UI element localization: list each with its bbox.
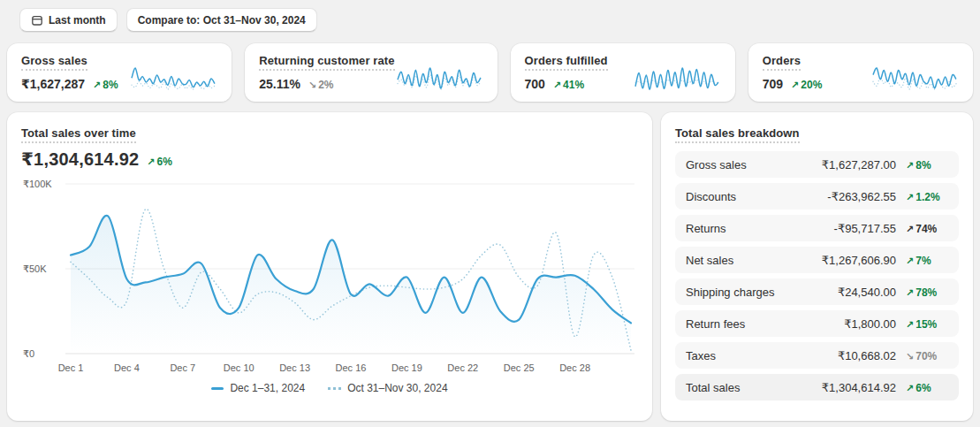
breakdown-rows: Gross sales ₹1,627,287.00 ↗8% Discounts … xyxy=(675,151,959,400)
chart-title[interactable]: Total sales over time xyxy=(21,126,136,143)
metric-title[interactable]: Orders xyxy=(763,54,801,71)
trend-badge: ↗1.2% xyxy=(906,191,948,203)
trend-arrow-icon: ↗ xyxy=(906,192,914,203)
row-value: ₹1,800.00 xyxy=(844,317,896,331)
metric-value: 709 xyxy=(763,77,783,91)
trend-badge: ↗78% xyxy=(906,286,948,299)
trend-badge: ↗7% xyxy=(906,255,948,267)
row-value: ₹1,627,287.00 xyxy=(822,158,896,172)
metric-title[interactable]: Gross sales xyxy=(21,54,87,71)
legend-item-comparison: Oct 31–Nov 30, 2024 xyxy=(328,382,447,394)
compare-button[interactable]: Compare to: Oct 31–Nov 30, 2024 xyxy=(126,8,317,32)
row-value: ₹24,540.00 xyxy=(838,286,896,299)
trend-badge: ↗74% xyxy=(906,223,948,235)
svg-text:Dec 19: Dec 19 xyxy=(391,362,422,373)
svg-text:Dec 13: Dec 13 xyxy=(279,362,310,373)
svg-text:Dec 22: Dec 22 xyxy=(447,362,478,373)
row-value: ₹1,304,614.92 xyxy=(822,381,896,394)
metric-value: ₹1,627,287 xyxy=(21,77,85,91)
row-value: ₹10,668.02 xyxy=(838,349,896,362)
row-value: -₹263,962.55 xyxy=(827,190,896,203)
metric-card-orders-fulfilled[interactable]: Orders fulfilled 700 ↗41% xyxy=(511,43,735,102)
row-label: Total sales xyxy=(686,381,740,394)
trend-arrow-icon: ↘ xyxy=(906,351,914,362)
legend-label: Dec 1–31, 2024 xyxy=(230,382,305,394)
sparkline-chart xyxy=(633,65,721,92)
trend-badge: ↗8% xyxy=(906,159,948,172)
row-label: Gross sales xyxy=(686,158,747,172)
trend-badge: ↗6% xyxy=(906,382,948,394)
svg-text:₹50K: ₹50K xyxy=(23,263,47,274)
breakdown-row-shipping-charges[interactable]: Shipping charges ₹24,540.00 ↗78% xyxy=(675,278,959,305)
trend-arrow-icon: ↗ xyxy=(906,160,914,172)
trend-badge: ↗41% xyxy=(553,79,584,91)
svg-text:₹0: ₹0 xyxy=(23,348,34,359)
row-value: -₹95,717.55 xyxy=(834,222,896,235)
sparkline-chart xyxy=(870,65,959,92)
breakdown-row-taxes[interactable]: Taxes ₹10,668.02 ↘70% xyxy=(675,342,959,369)
metric-value: 700 xyxy=(525,77,545,91)
trend-badge: ↗8% xyxy=(93,79,118,91)
trend-arrow-icon: ↗ xyxy=(553,80,561,91)
sparkline-chart xyxy=(129,65,217,92)
analytics-dashboard: Last month Compare to: Oct 31–Nov 30, 20… xyxy=(0,0,980,427)
row-label: Shipping charges xyxy=(686,286,774,299)
breakdown-row-gross-sales[interactable]: Gross sales ₹1,627,287.00 ↗8% xyxy=(675,151,959,178)
toolbar: Last month Compare to: Oct 31–Nov 30, 20… xyxy=(19,8,973,32)
trend-arrow-icon: ↗ xyxy=(906,319,914,331)
svg-text:Dec 10: Dec 10 xyxy=(224,362,254,373)
row-value: ₹1,267,606.90 xyxy=(822,254,896,267)
chart-total-value: ₹1,304,614.92 xyxy=(21,149,139,170)
trend-arrow-icon: ↗ xyxy=(147,156,155,168)
trend-arrow-icon: ↗ xyxy=(906,255,914,267)
total-sales-breakdown-panel: Total sales breakdown Gross sales ₹1,627… xyxy=(661,112,973,421)
trend-arrow-icon: ↗ xyxy=(906,383,914,394)
breakdown-row-returns[interactable]: Returns -₹95,717.55 ↗74% xyxy=(675,215,959,241)
line-chart: ₹100K₹50K₹0Dec 1Dec 4Dec 7Dec 10Dec 13De… xyxy=(21,172,638,378)
legend-solid-line-swatch xyxy=(211,387,224,390)
row-label: Discounts xyxy=(686,190,736,203)
date-range-label: Last month xyxy=(49,14,106,27)
date-range-button[interactable]: Last month xyxy=(19,8,118,32)
breakdown-row-discounts[interactable]: Discounts -₹263,962.55 ↗1.2% xyxy=(675,183,959,210)
metric-value: 25.11% xyxy=(259,77,300,91)
metric-title[interactable]: Orders fulfilled xyxy=(525,54,608,71)
trend-badge: ↘2% xyxy=(308,79,334,91)
total-sales-chart-panel: Total sales over time ₹1,304,614.92 ↗6% … xyxy=(7,112,652,421)
breakdown-row-return-fees[interactable]: Return fees ₹1,800.00 ↗15% xyxy=(675,310,959,337)
trend-badge: ↗20% xyxy=(791,79,822,91)
breakdown-row-total-sales[interactable]: Total sales ₹1,304,614.92 ↗6% xyxy=(675,374,959,400)
trend-arrow-icon: ↗ xyxy=(791,80,799,91)
trend-arrow-icon: ↗ xyxy=(906,224,914,235)
chart-legend: Dec 1–31, 2024 Oct 31–Nov 30, 2024 xyxy=(21,382,638,394)
svg-text:₹100K: ₹100K xyxy=(23,179,52,189)
trend-badge: ↘70% xyxy=(906,350,948,362)
row-label: Net sales xyxy=(686,254,733,267)
calendar-icon xyxy=(31,14,43,27)
breakdown-title[interactable]: Total sales breakdown xyxy=(675,126,800,143)
row-label: Returns xyxy=(686,222,726,235)
svg-text:Dec 4: Dec 4 xyxy=(114,362,140,373)
legend-label: Oct 31–Nov 30, 2024 xyxy=(347,382,447,394)
metric-card-gross-sales[interactable]: Gross sales ₹1,627,287 ↗8% xyxy=(7,43,232,102)
metric-card-orders[interactable]: Orders 709 ↗20% xyxy=(748,43,973,102)
trend-badge: ↗6% xyxy=(147,156,172,168)
metric-title[interactable]: Returning customer rate xyxy=(259,54,394,71)
breakdown-row-net-sales[interactable]: Net sales ₹1,267,606.90 ↗7% xyxy=(675,247,959,273)
row-label: Return fees xyxy=(686,317,745,331)
svg-text:Dec 16: Dec 16 xyxy=(336,362,367,373)
compare-label: Compare to: Oct 31–Nov 30, 2024 xyxy=(138,14,306,27)
trend-arrow-icon: ↗ xyxy=(906,287,914,299)
trend-arrow-icon: ↗ xyxy=(93,80,101,91)
legend-item-current: Dec 1–31, 2024 xyxy=(211,382,305,394)
metric-card-returning-customer-rate[interactable]: Returning customer rate 25.11% ↘2% xyxy=(245,43,497,102)
trend-arrow-icon: ↘ xyxy=(308,80,316,91)
row-label: Taxes xyxy=(686,349,716,362)
legend-dotted-line-swatch xyxy=(328,387,341,390)
svg-text:Dec 7: Dec 7 xyxy=(170,362,195,373)
metric-cards-row: Gross sales ₹1,627,287 ↗8% Returning cus… xyxy=(7,43,973,102)
sparkline-chart xyxy=(395,65,483,92)
svg-text:Dec 25: Dec 25 xyxy=(504,362,535,373)
trend-badge: ↗15% xyxy=(906,318,948,331)
svg-text:Dec 28: Dec 28 xyxy=(559,362,590,373)
